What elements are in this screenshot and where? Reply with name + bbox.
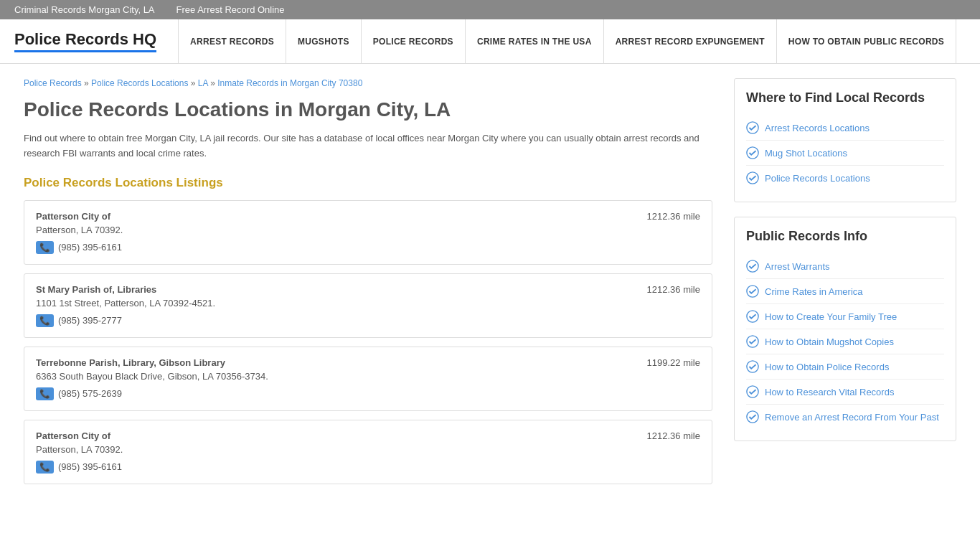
sidebar-police-records-locations[interactable]: Police Records Locations: [746, 166, 944, 190]
logo[interactable]: Police Records HQ: [14, 19, 178, 63]
content-area: Police Records » Police Records Location…: [24, 78, 712, 493]
breadcrumb-la[interactable]: LA: [198, 78, 208, 88]
local-records-title: Where to Find Local Records: [746, 90, 944, 105]
breadcrumb-locations[interactable]: Police Records Locations: [91, 78, 188, 88]
check-icon: [746, 171, 759, 184]
link-vital-records[interactable]: How to Research Vital Records: [765, 387, 894, 397]
link-remove-arrest-record[interactable]: Remove an Arrest Record From Your Past: [765, 412, 939, 423]
sidebar-mugshot-copies[interactable]: How to Obtain Mugshot Copies: [746, 329, 944, 354]
link-mug-shot-locations[interactable]: Mug Shot Locations: [765, 148, 847, 159]
nav-police-records[interactable]: POLICE RECORDS: [362, 19, 466, 63]
record-phone-2[interactable]: (985) 395-2777: [58, 315, 122, 326]
record-distance-2: 1212.36 mile: [647, 284, 700, 295]
logo-text: Police Records HQ: [14, 30, 156, 52]
sidebar-arrest-records-locations[interactable]: Arrest Records Locations: [746, 116, 944, 141]
top-bar-link-1[interactable]: Criminal Records Morgan City, LA: [14, 4, 155, 15]
sidebar-crime-rates[interactable]: Crime Rates in America: [746, 279, 944, 304]
check-icon: [746, 285, 759, 298]
sidebar-mug-shot-locations[interactable]: Mug Shot Locations: [746, 141, 944, 166]
record-distance-1: 1212.36 mile: [647, 211, 700, 222]
record-card: St Mary Parish of, Libraries 1212.36 mil…: [24, 273, 712, 338]
link-arrest-warrants[interactable]: Arrest Warrants: [765, 261, 830, 272]
phone-icon-4: 📞: [36, 461, 54, 474]
breadcrumb-police-records[interactable]: Police Records: [24, 78, 82, 88]
record-name-1: Patterson City of: [36, 211, 110, 222]
link-family-tree[interactable]: How to Create Your Family Tree: [765, 311, 897, 322]
nav-arrest-records[interactable]: ARREST RECORDS: [178, 19, 286, 63]
check-icon: [746, 121, 759, 134]
nav-mugshots[interactable]: MUGSHOTS: [286, 19, 362, 63]
record-address-2: 1101 1st Street, Patterson, LA 70392-452…: [36, 298, 700, 309]
sidebar-remove-arrest-record[interactable]: Remove an Arrest Record From Your Past: [746, 405, 944, 429]
check-icon: [746, 385, 759, 398]
link-mugshot-copies[interactable]: How to Obtain Mugshot Copies: [765, 336, 894, 347]
record-distance-3: 1199.22 mile: [647, 357, 700, 368]
check-icon: [746, 335, 759, 348]
record-address-1: Patterson, LA 70392.: [36, 225, 700, 235]
record-card: Patterson City of 1212.36 mile Patterson…: [24, 420, 712, 484]
nav-public-records[interactable]: HOW TO OBTAIN PUBLIC RECORDS: [777, 19, 956, 63]
main-nav: ARREST RECORDS MUGSHOTS POLICE RECORDS C…: [178, 19, 966, 63]
record-phone-3[interactable]: (985) 575-2639: [58, 388, 122, 399]
phone-icon-3: 📞: [36, 387, 54, 400]
record-phone-4[interactable]: (985) 395-6161: [58, 461, 122, 472]
breadcrumb-inmate[interactable]: Inmate Records in Morgan City 70380: [217, 78, 362, 88]
header: Police Records HQ ARREST RECORDS MUGSHOT…: [0, 19, 980, 64]
record-name-2: St Mary Parish of, Libraries: [36, 284, 156, 295]
record-phone-1[interactable]: (985) 395-6161: [58, 242, 122, 253]
page-title: Police Records Locations in Morgan City,…: [24, 98, 712, 121]
check-icon: [746, 260, 759, 273]
record-distance-4: 1212.36 mile: [647, 430, 700, 441]
check-icon: [746, 410, 759, 423]
link-crime-rates[interactable]: Crime Rates in America: [765, 286, 863, 297]
public-records-box: Public Records Info Arrest Warrants Crim…: [734, 217, 956, 441]
record-name-3: Terrebonne Parish, Library, Gibson Libra…: [36, 357, 225, 368]
phone-icon-2: 📞: [36, 314, 54, 327]
check-icon: [746, 310, 759, 323]
breadcrumb: Police Records » Police Records Location…: [24, 78, 712, 88]
link-obtain-police-records[interactable]: How to Obtain Police Records: [765, 362, 889, 372]
record-card: Terrebonne Parish, Library, Gibson Libra…: [24, 347, 712, 411]
record-address-4: Patterson, LA 70392.: [36, 444, 700, 455]
sidebar-obtain-police-records[interactable]: How to Obtain Police Records: [746, 354, 944, 380]
sidebar-family-tree[interactable]: How to Create Your Family Tree: [746, 304, 944, 329]
nav-expungement[interactable]: ARREST RECORD EXPUNGEMENT: [604, 19, 777, 63]
link-police-records-locations[interactable]: Police Records Locations: [765, 173, 870, 184]
nav-crime-rates[interactable]: CRIME RATES IN THE USA: [466, 19, 604, 63]
top-bar-link-2[interactable]: Free Arrest Record Online: [176, 4, 285, 15]
link-arrest-records-locations[interactable]: Arrest Records Locations: [765, 123, 870, 133]
record-card: Patterson City of 1212.36 mile Patterson…: [24, 200, 712, 265]
local-records-box: Where to Find Local Records Arrest Recor…: [734, 78, 956, 202]
check-icon: [746, 360, 759, 373]
check-icon: [746, 146, 759, 159]
public-records-title: Public Records Info: [746, 229, 944, 244]
record-name-4: Patterson City of: [36, 430, 110, 441]
listings-heading: Police Records Locations Listings: [24, 176, 712, 190]
top-bar: Criminal Records Morgan City, LA Free Ar…: [0, 0, 980, 19]
sidebar-vital-records[interactable]: How to Research Vital Records: [746, 380, 944, 405]
sidebar-arrest-warrants[interactable]: Arrest Warrants: [746, 254, 944, 279]
sidebar: Where to Find Local Records Arrest Recor…: [734, 78, 956, 493]
record-address-3: 6363 South Bayou Black Drive, Gibson, LA…: [36, 371, 700, 382]
page-description: Find out where to obtain free Morgan Cit…: [24, 131, 712, 161]
main-container: Police Records » Police Records Location…: [9, 64, 971, 507]
phone-icon-1: 📞: [36, 241, 54, 254]
